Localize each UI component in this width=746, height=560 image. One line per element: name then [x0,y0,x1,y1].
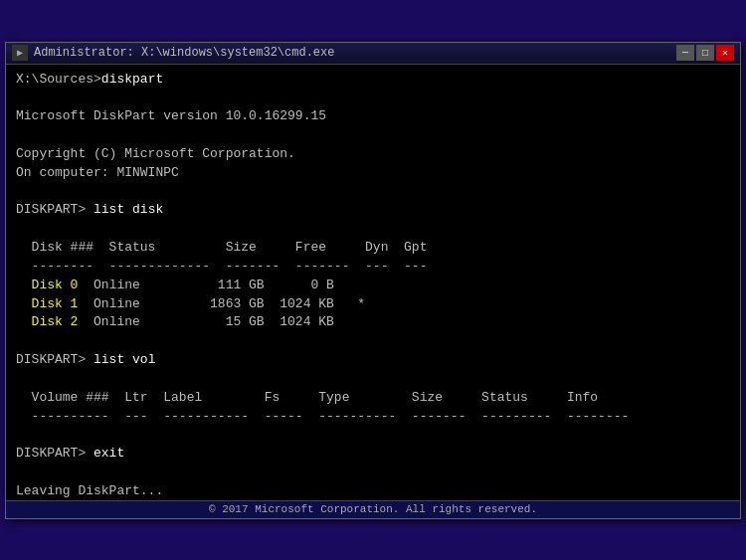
status-bar: © 2017 Microsoft Corporation. All rights… [6,500,740,518]
minimize-button[interactable]: ─ [676,45,694,61]
close-button[interactable]: ✕ [716,45,734,61]
window-title: Administrator: X:\windows\system32\cmd.e… [34,46,676,60]
maximize-button[interactable]: □ [696,45,714,61]
window-icon: ▶ [12,45,28,61]
cmd-window: ▶ Administrator: X:\windows\system32\cmd… [5,42,741,519]
window-controls: ─ □ ✕ [676,45,734,61]
title-bar: ▶ Administrator: X:\windows\system32\cmd… [6,43,740,65]
status-bar-text: © 2017 Microsoft Corporation. All rights… [209,503,537,515]
console-output[interactable]: X:\Sources>diskpart Microsoft DiskPart v… [6,65,740,500]
